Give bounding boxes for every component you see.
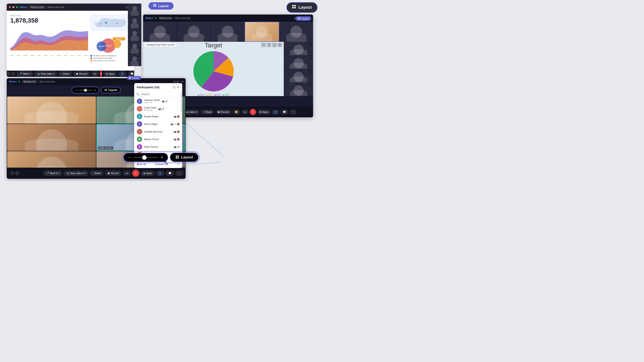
show-menu-right[interactable]: Show menu bar	[175, 17, 190, 19]
chat-btn-right[interactable]: 💬	[281, 109, 288, 115]
zoom-slider-large[interactable]	[133, 157, 158, 158]
name-austen: Austen Baker	[144, 115, 172, 118]
avatar-umar: U	[137, 106, 142, 111]
meeting-info-btn-right[interactable]: Meeting info	[158, 17, 173, 20]
mute-all-btn[interactable]: Mute all	[137, 163, 146, 166]
svg-rect-36	[176, 156, 177, 157]
record-label-grid: Record	[111, 172, 119, 175]
right-cell-3: ⛶	[284, 69, 313, 82]
more-btn-grid[interactable]: •••	[123, 170, 131, 176]
more2-btn-right[interactable]: ⋯	[290, 109, 296, 115]
video-icon-clarissa: 📹	[162, 100, 164, 103]
participants-count-btn[interactable]: 👤	[156, 170, 164, 176]
icons-austen: 📹 🔇	[174, 115, 180, 118]
close-dot	[9, 6, 11, 8]
apps-btn-grid[interactable]: ⊞ Apps	[141, 170, 154, 176]
participant-austen[interactable]: A Austen Baker 📹 🔇	[134, 113, 182, 120]
apps-btn-analytics[interactable]: ⊞ Apps	[103, 71, 117, 77]
participant-marise[interactable]: M Marise Torres 📹 🔇	[134, 135, 182, 143]
win-help-grid[interactable]	[182, 81, 183, 82]
mic-icon-clarissa: 🎤	[165, 100, 168, 103]
scrollbar-track[interactable]	[181, 92, 182, 160]
zoom-slider-grid[interactable]	[79, 90, 92, 90]
svg-rect-6	[292, 5, 294, 6]
more-footer-btn[interactable]: •••	[177, 163, 180, 166]
search-input[interactable]	[141, 93, 177, 96]
name-umar: Umar Patel Presenter	[144, 106, 156, 111]
zoom-out-btn-large[interactable]: −	[128, 155, 131, 160]
analytics-content: MEETING 1,878,358 JANFEBMARAPRMAYJUNJULA…	[7, 11, 134, 73]
apps-btn-right[interactable]: ⊞ Apps	[258, 109, 270, 115]
screen-ctrl-add[interactable]: +	[267, 43, 271, 47]
video-icon-isabella: 📹	[174, 130, 176, 133]
panel-close-btn[interactable]: ✕	[177, 85, 180, 89]
end-btn-right[interactable]: ✕	[250, 109, 256, 115]
participants-btn-analytics[interactable]: 👤	[118, 71, 126, 77]
mic-icon-umar: 🎤	[162, 108, 164, 110]
webex-logo-grid: Webex	[9, 80, 17, 83]
scrollbar-thumb	[181, 92, 182, 112]
zoom-in-btn-large[interactable]: +	[161, 155, 163, 160]
chat-btn-analytics[interactable]: 💬	[128, 71, 136, 77]
layout-button-top-right[interactable]: Layout	[286, 2, 318, 13]
participant-sofia[interactable]: S Sofia Gomez 📹 🎤	[134, 143, 182, 151]
svg-rect-3	[155, 4, 156, 5]
stop-video-btn-analytics[interactable]: 📹 Stop video	[34, 71, 57, 77]
panel-expand-btn[interactable]: ⊡	[173, 85, 176, 89]
avatar-clarissa: C	[137, 98, 142, 104]
record-btn-grid[interactable]: ⏺ Record	[105, 170, 122, 176]
meeting-info-btn-analytics[interactable]: Meeting info	[29, 5, 46, 9]
participant-clarissa[interactable]: C Clarissa Smith Host, me 📹 🎤	[134, 97, 182, 105]
share-btn-analytics[interactable]: ↑ Share	[58, 71, 72, 76]
record-btn-right[interactable]: ⏺ Record	[215, 109, 231, 114]
show-menu-grid[interactable]: Show menu bar	[39, 80, 55, 83]
zoom-in-btn-grid[interactable]: +	[94, 88, 96, 92]
participant-umar[interactable]: U Umar Patel Presenter 📹 🎤	[134, 105, 182, 113]
chart-labels: JANFEBMARAPRMAYJUNJULAUGSEPOCTNOVDEC	[10, 54, 88, 56]
video-icon-marise: 📹	[174, 138, 176, 141]
mic-icon-marise: 🔇	[177, 138, 180, 141]
icons-sofia: 📹 🎤	[174, 146, 180, 148]
svg-rect-33	[106, 89, 107, 90]
webcam-icon[interactable]	[10, 171, 14, 175]
avs-cell-4	[128, 41, 141, 54]
mute-btn-grid[interactable]: 🎤 Mute ▾	[44, 170, 62, 176]
participants-btn-right[interactable]: 👤	[272, 109, 279, 115]
layout-btn-right-window[interactable]: Layout	[296, 16, 311, 21]
zoom-out-btn-grid[interactable]: −	[75, 88, 77, 92]
svg-text:313,059: 313,059	[116, 38, 122, 40]
sort-btn[interactable]: ↕	[179, 93, 180, 96]
share-btn-grid[interactable]: ↑ Share	[90, 170, 104, 176]
more-btn-right[interactable]: •••	[242, 109, 249, 114]
end-btn-grid[interactable]: ✕	[132, 170, 139, 177]
layout-button-top-right-label: Layout	[298, 5, 312, 10]
record-btn-analytics[interactable]: ⏺ Record	[73, 71, 90, 76]
end-btn-analytics[interactable]: ✕	[100, 70, 102, 77]
layout-btn-analytics-overlay[interactable]: Layout	[127, 76, 141, 80]
unmute-all-btn[interactable]: Unmute all	[155, 163, 168, 166]
layout-btn-grid[interactable]: Layout	[101, 87, 121, 93]
more2-btn-grid[interactable]: ⋯	[176, 170, 183, 176]
show-menu-analytics[interactable]: Show menu bar	[47, 6, 64, 8]
screen-ctrl-more[interactable]: •••	[278, 43, 282, 47]
mute-btn-analytics[interactable]: 🎤 Mute	[16, 71, 33, 77]
participant-henry[interactable]: H Henry Riggs 📹 ••• 🔇	[134, 120, 182, 128]
more-btn-analytics[interactable]: •••	[91, 71, 99, 76]
meeting-info-btn-grid[interactable]: Meeting info	[22, 80, 37, 83]
screen-ctrl-min[interactable]: −	[262, 43, 266, 47]
svg-rect-31	[299, 18, 300, 19]
emoji-btn-right[interactable]: 😊	[232, 109, 240, 115]
stop-video-btn-grid[interactable]: 📹 Stop video ▾	[64, 170, 88, 176]
share-btn-right[interactable]: ↑ Share	[201, 109, 214, 114]
search-bar: 🔍 ↕	[134, 91, 182, 97]
svg-rect-29	[299, 17, 300, 18]
screen-ctrl-expand[interactable]: ⤢	[272, 43, 276, 47]
participant-isabella[interactable]: I Isabella Brennan 📹 🔇	[134, 128, 182, 135]
svg-text:626,119: 626,119	[105, 45, 112, 47]
settings-icon[interactable]	[15, 171, 20, 175]
svg-rect-7	[294, 5, 296, 6]
mic-icon-henry: 🔇	[177, 123, 180, 125]
chat-btn-grid[interactable]: 💬	[166, 170, 174, 176]
layout-btn-large[interactable]: Layout	[170, 153, 198, 162]
layout-button-top-center[interactable]: Layout	[148, 2, 174, 9]
